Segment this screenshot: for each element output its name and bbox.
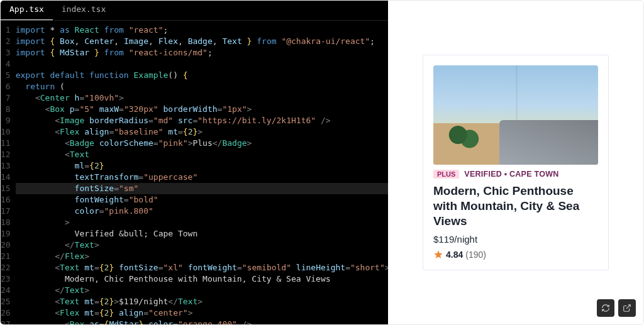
code-line[interactable]: <Box as={MdStar} color="orange.400" /> (16, 319, 388, 324)
code-line[interactable]: import * as React from "react"; (16, 25, 388, 36)
listing-meta: PLUS VERIFIED • CAPE TOWN (433, 170, 598, 179)
code-line[interactable] (16, 58, 388, 70)
code-line[interactable]: <Box p="5" maxW="320px" borderWidth="1px… (16, 104, 388, 115)
code-line[interactable]: import { Box, Center, Image, Flex, Badge… (16, 36, 388, 47)
code-line[interactable]: import { MdStar } from "react-icons/md"; (16, 47, 388, 58)
code-line[interactable]: <Flex align="baseline" mt={2}> (16, 126, 388, 138)
open-external-button[interactable] (618, 299, 636, 317)
code-line[interactable]: <Text (16, 149, 388, 160)
code-line[interactable]: color="pink.800" (16, 206, 388, 217)
rating-value: 4.84 (446, 250, 463, 260)
code-line[interactable]: textTransform="uppercase" (16, 172, 388, 183)
code-line[interactable]: <Image borderRadius="md" src="https://bi… (16, 115, 388, 126)
app-root: App.tsx index.tsx 1234567891011121314151… (0, 0, 644, 325)
code-line[interactable]: <Text mt={2} fontSize="xl" fontWeight="s… (16, 262, 388, 273)
tab-app-tsx[interactable]: App.tsx (1, 1, 53, 20)
code-line[interactable]: </Flex> (16, 251, 388, 262)
code-line[interactable]: Verified &bull; Cape Town (16, 228, 388, 240)
code-line[interactable]: <Flex mt={2} align="center"> (16, 307, 388, 319)
verified-text: VERIFIED • CAPE TOWN (464, 170, 558, 179)
listing-price: $119/night (433, 234, 598, 245)
code-line[interactable]: <Center h="100vh"> (16, 92, 388, 104)
code-line[interactable]: Modern, Chic Penthouse with Mountain, Ci… (16, 273, 388, 285)
editor-pane: App.tsx index.tsx 1234567891011121314151… (1, 1, 388, 324)
rating-row: 4.84 (190) (433, 250, 598, 260)
code-line[interactable]: return ( (16, 81, 388, 92)
code-line[interactable]: </Text> (16, 285, 388, 296)
code-line[interactable]: fontSize="sm" (16, 183, 388, 194)
plus-badge: PLUS (433, 170, 459, 179)
tab-index-tsx[interactable]: index.tsx (53, 1, 114, 20)
code-line[interactable]: <Text mt={2}>$119/night</Text> (16, 296, 388, 307)
refresh-button[interactable] (597, 299, 614, 317)
code-line[interactable]: ml={2} (16, 160, 388, 172)
preview-pane: PLUS VERIFIED • CAPE TOWN Modern, Chic P… (388, 1, 643, 324)
code-line[interactable]: export default function Example() { (16, 70, 388, 81)
code-content[interactable]: import * as React from "react";import { … (16, 21, 388, 324)
preview-toolbar (597, 299, 636, 317)
refresh-icon (601, 304, 610, 312)
code-editor[interactable]: 1234567891011121314151617181920212223242… (1, 21, 388, 324)
code-line[interactable]: fontWeight="bold" (16, 194, 388, 206)
listing-card: PLUS VERIFIED • CAPE TOWN Modern, Chic P… (423, 55, 609, 270)
external-link-icon (623, 304, 631, 312)
line-gutter: 1234567891011121314151617181920212223242… (1, 21, 16, 324)
code-line[interactable]: > (16, 217, 388, 228)
listing-title: Modern, Chic Penthouse with Mountain, Ci… (433, 184, 598, 228)
code-line[interactable]: </Text> (16, 240, 388, 251)
listing-image (433, 65, 598, 165)
code-line[interactable]: <Badge colorScheme="pink">Plus</Badge> (16, 138, 388, 149)
editor-tabs: App.tsx index.tsx (1, 1, 388, 21)
rating-count: (190) (465, 250, 486, 260)
star-icon (433, 250, 443, 260)
